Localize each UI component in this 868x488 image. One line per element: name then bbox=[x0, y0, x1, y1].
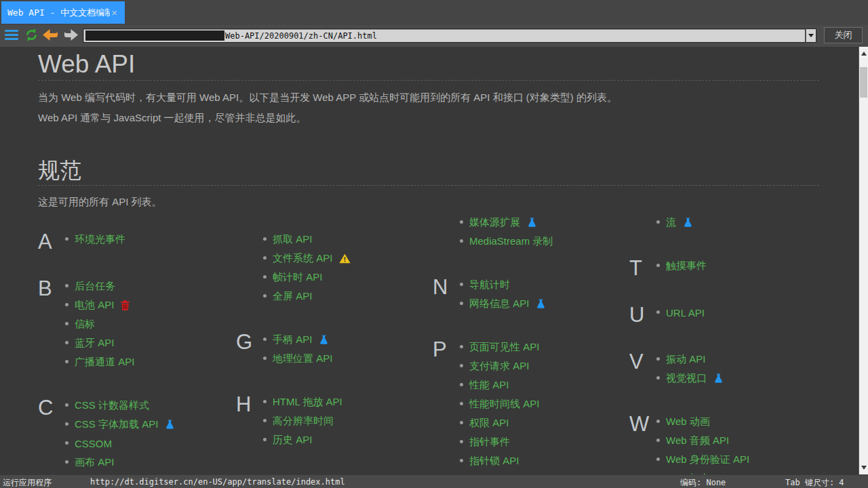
menu-button[interactable] bbox=[4, 30, 19, 42]
url-input[interactable]: Web-API/20200901/zh-CN/API.html bbox=[83, 28, 806, 43]
api-link[interactable]: URL API bbox=[666, 307, 705, 319]
content-inner: Web API 当为 Web 编写代码时，有大量可用 Web API。以下是当开… bbox=[38, 47, 819, 209]
list-item: 触摸事件 bbox=[656, 256, 827, 275]
api-link[interactable]: 环境光事件 bbox=[75, 233, 125, 246]
url-dropdown-button[interactable] bbox=[806, 28, 816, 43]
api-link[interactable]: CSS 字体加载 API bbox=[75, 418, 158, 431]
api-link[interactable]: 性能时间线 API bbox=[469, 398, 539, 411]
section-intro: 这是可用的所有 API 列表。 bbox=[38, 195, 819, 209]
api-column-4: 流T触摸事件UURL APIV振动 API视觉视口WWeb 动画Web 音频 A… bbox=[629, 213, 827, 474]
api-letter-group: G手柄 API地理位置 API bbox=[236, 330, 434, 368]
scrollbar[interactable] bbox=[859, 47, 868, 474]
api-item-list: 环境光事件 bbox=[65, 230, 236, 252]
api-link[interactable]: 高分辨率时间 bbox=[273, 415, 334, 428]
api-letter-group: 抓取 API文件系统 API帧计时 API全屏 API bbox=[236, 230, 434, 306]
api-link[interactable]: 文件系统 API bbox=[273, 252, 332, 265]
scroll-down-icon bbox=[861, 466, 867, 470]
scrollbar-up-button[interactable] bbox=[859, 48, 868, 59]
refresh-button[interactable] bbox=[24, 28, 39, 43]
api-letter-group: A环境光事件 bbox=[38, 230, 236, 252]
list-item: MediaStream 录制 bbox=[460, 232, 631, 251]
api-link[interactable]: 导航计时 bbox=[469, 279, 510, 291]
api-link[interactable]: 支付请求 API bbox=[469, 360, 529, 373]
experimental-flask-icon bbox=[165, 420, 175, 430]
api-link[interactable]: 触摸事件 bbox=[666, 260, 707, 272]
close-app-button[interactable]: 关闭 bbox=[824, 27, 863, 43]
list-item: 信标 bbox=[65, 314, 236, 333]
forward-arrow-icon bbox=[64, 29, 78, 43]
api-item-list: 振动 API视觉视口 bbox=[656, 350, 827, 388]
api-letter-group: N导航计时网络信息 API bbox=[433, 275, 631, 313]
api-item-list: URL API bbox=[656, 303, 827, 325]
api-link[interactable]: 画布 API bbox=[75, 456, 114, 469]
list-item: 高分辨率时间 bbox=[263, 411, 434, 430]
list-item: 后台任务 bbox=[65, 277, 236, 296]
forward-button[interactable] bbox=[63, 30, 79, 42]
tab-close-icon[interactable]: × bbox=[110, 7, 119, 18]
list-item: 媒体源扩展 bbox=[460, 213, 631, 232]
api-link[interactable]: MediaStream 录制 bbox=[469, 235, 553, 248]
letter-heading bbox=[433, 213, 460, 251]
api-letter-group: UURL API bbox=[629, 303, 827, 325]
api-link[interactable]: 手柄 API bbox=[273, 333, 312, 346]
status-bar: 运行应用程序 http://dt.digitser.cn/en-US/app/t… bbox=[0, 474, 868, 488]
api-link[interactable]: 流 bbox=[666, 216, 676, 229]
api-link[interactable]: HTML 拖放 API bbox=[273, 396, 342, 409]
api-link[interactable]: 蓝牙 API bbox=[75, 337, 114, 350]
list-item: 电池 API bbox=[65, 296, 236, 314]
api-link[interactable]: 抓取 API bbox=[273, 233, 312, 246]
api-letter-group: 流 bbox=[629, 213, 827, 232]
api-link[interactable]: 广播通道 API bbox=[75, 356, 134, 369]
api-link[interactable]: Web 音频 API bbox=[666, 434, 729, 447]
status-url: http://dt.digitser.cn/en-US/app/translat… bbox=[90, 477, 345, 487]
toolbar: Web-API/20200901/zh-CN/API.html 关闭 bbox=[0, 25, 868, 47]
experimental-flask-icon bbox=[536, 299, 546, 309]
api-item-list: 手柄 API地理位置 API bbox=[263, 330, 434, 368]
refresh-icon bbox=[24, 28, 39, 45]
list-item: CSS 计数器样式 bbox=[65, 396, 236, 415]
api-link[interactable]: 全屏 API bbox=[273, 290, 312, 303]
api-link[interactable]: 指针锁 API bbox=[469, 455, 519, 468]
letter-heading bbox=[236, 230, 263, 306]
list-item: 环境光事件 bbox=[65, 230, 236, 249]
list-item: 文件系统 API bbox=[263, 249, 434, 268]
warning-icon bbox=[339, 253, 351, 264]
api-link[interactable]: 网络信息 API bbox=[469, 298, 529, 310]
url-text: Web-API/20200901/zh-CN/API.html bbox=[225, 31, 377, 41]
list-item: 权限 API bbox=[460, 413, 631, 432]
api-link[interactable]: 振动 API bbox=[666, 353, 705, 366]
api-link[interactable]: 媒体源扩展 bbox=[469, 216, 520, 229]
api-link[interactable]: 后台任务 bbox=[75, 280, 115, 293]
list-item: 抓取 API bbox=[263, 230, 434, 249]
tab-web-api[interactable]: Web API - 中文文档编制… × bbox=[1, 1, 125, 24]
list-item: 指针锁 API bbox=[460, 451, 631, 470]
hamburger-icon bbox=[5, 30, 18, 43]
api-link[interactable]: 帧计时 API bbox=[273, 271, 322, 284]
letter-heading: W bbox=[629, 412, 656, 474]
letter-heading: P bbox=[433, 338, 460, 470]
list-item: 手柄 API bbox=[263, 330, 434, 349]
letter-heading bbox=[629, 213, 656, 232]
api-link[interactable]: 地理位置 API bbox=[273, 352, 332, 365]
letter-heading: C bbox=[38, 396, 65, 472]
api-letter-group: CCSS 计数器样式CSS 字体加载 APICSSOM画布 API bbox=[38, 396, 236, 472]
api-letter-group: WWeb 动画Web 音频 APIWeb 身份验证 APIWeb 加密 API bbox=[629, 412, 827, 474]
api-link[interactable]: 性能 API bbox=[469, 379, 509, 392]
api-link[interactable]: 页面可见性 API bbox=[469, 341, 539, 354]
experimental-flask-icon bbox=[713, 373, 724, 384]
api-item-list: 流 bbox=[656, 213, 827, 232]
api-link[interactable]: 电池 API bbox=[75, 299, 114, 312]
api-link[interactable]: Web 身份验证 API bbox=[666, 453, 749, 466]
api-link[interactable]: CSS 计数器样式 bbox=[75, 399, 149, 412]
api-link[interactable]: CSSOM bbox=[75, 438, 112, 449]
scrollbar-down-button[interactable] bbox=[859, 462, 868, 473]
scrollbar-thumb[interactable] bbox=[860, 67, 867, 98]
api-item-list: CSS 计数器样式CSS 字体加载 APICSSOM画布 API bbox=[65, 396, 236, 472]
api-link[interactable]: 指针事件 bbox=[469, 436, 510, 449]
api-link[interactable]: 视觉视口 bbox=[666, 372, 707, 385]
api-link[interactable]: Web 动画 bbox=[666, 415, 710, 428]
api-link[interactable]: 历史 API bbox=[273, 434, 312, 447]
api-link[interactable]: 权限 API bbox=[469, 417, 509, 430]
api-link[interactable]: 信标 bbox=[75, 318, 95, 331]
back-button[interactable] bbox=[42, 30, 58, 42]
